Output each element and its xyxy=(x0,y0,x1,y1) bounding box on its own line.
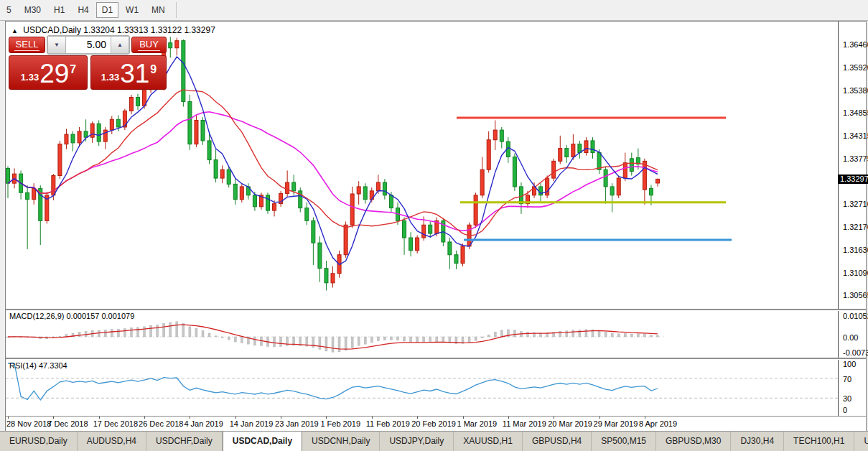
price-axis-label: 1.31090 xyxy=(843,269,868,277)
price-axis-label: 1.34855 xyxy=(843,108,868,117)
time-axis-label: 1 Mar 2019 xyxy=(457,419,498,428)
time-tick xyxy=(53,417,54,419)
chart-tab-tech100[interactable]: TECH100,H1 xyxy=(784,432,854,451)
macd-axis-label: 0.010525 xyxy=(843,312,868,320)
price-axis-label: 1.33775 xyxy=(843,154,868,163)
time-axis-label: 23 Jan 2019 xyxy=(275,419,319,428)
rsi-axis-label: 70 xyxy=(843,375,851,383)
mt4-application: { "toolbar": {"timeframes": ["5","M30","… xyxy=(0,0,868,451)
time-axis-label: 8 Apr 2019 xyxy=(639,419,677,428)
rsi-axis-label: 0 xyxy=(843,406,847,414)
price-axis-line xyxy=(838,22,839,416)
time-axis-label: 11 Feb 2019 xyxy=(366,419,410,428)
chart-tab-eurusd[interactable]: EURUSD,Daily xyxy=(0,432,78,451)
timeframe-button-m30[interactable]: M30 xyxy=(19,2,47,18)
price-axis-label: 1.30565 xyxy=(843,291,868,299)
chart-title: ▲ USDCAD,Daily 1.33204 1.33313 1.33122 1… xyxy=(11,25,215,35)
buy-price-sup: 9 xyxy=(150,63,157,76)
time-axis-label: 11 Mar 2019 xyxy=(503,419,546,428)
timeframe-button-d1[interactable]: D1 xyxy=(96,2,118,18)
sell-button[interactable]: SELL xyxy=(9,37,45,53)
price-axis-label: 1.31630 xyxy=(843,246,868,254)
pane-separator[interactable] xyxy=(6,358,866,360)
time-axis-label: 17 Dec 2018 xyxy=(93,419,138,428)
time-tick xyxy=(645,417,645,419)
chart-tab-gbpusd[interactable]: GBPUSD,M30 xyxy=(656,432,731,451)
timeframe-button-h4[interactable]: H4 xyxy=(72,2,94,18)
price-axis-label: 1.35380 xyxy=(843,86,868,95)
chart-tab-usdcad[interactable]: USDCAD,Daily xyxy=(223,432,302,451)
timeframe-toolbar: 5M30H1H4D1W1MN xyxy=(0,0,868,21)
chart-tab-sp500[interactable]: SP500,M15 xyxy=(592,432,656,451)
timeframe-button-5[interactable]: 5 xyxy=(1,2,17,18)
time-tick xyxy=(99,417,100,419)
time-tick xyxy=(463,417,464,419)
sell-price-box[interactable]: 1.33 29 7 xyxy=(9,55,88,90)
time-tick xyxy=(508,417,509,419)
price-axis-label: 1.34315 xyxy=(843,131,868,140)
time-axis-label: 28 Nov 2018 xyxy=(6,419,51,428)
chart-tab-usdjpy[interactable]: USDJPY,Daily xyxy=(380,432,454,451)
time-axis-label: 7 Dec 2018 xyxy=(47,419,88,428)
time-axis-label: 20 Feb 2019 xyxy=(411,419,456,428)
time-tick xyxy=(417,417,418,419)
price-axis-label: 1.35920 xyxy=(843,63,868,72)
timeframe-buttons: 5M30H1H4D1W1MN xyxy=(0,2,172,18)
sell-price-sup: 7 xyxy=(70,63,76,76)
chart-tab-usdchf[interactable]: USDCHF,Daily xyxy=(146,432,223,451)
macd-axis-label: 0.00 xyxy=(843,333,858,342)
chart-ohlc-values: 1.33204 1.33313 1.33122 1.33297 xyxy=(83,25,215,35)
chart-tabs: EURUSD,DailyAUDUSD,H4USDCHF,DailyUSDCAD,… xyxy=(0,432,868,451)
timeframe-button-h1[interactable]: H1 xyxy=(48,2,70,18)
sell-price-big: 29 xyxy=(39,62,69,86)
timeframe-button-w1[interactable]: W1 xyxy=(120,2,144,18)
volume-increase-button[interactable]: ▲ xyxy=(111,36,129,54)
chart-tab-uko[interactable]: UKO xyxy=(854,432,868,451)
time-tick xyxy=(190,417,190,419)
time-axis-label: 26 Dec 2018 xyxy=(139,419,183,428)
time-tick xyxy=(8,417,9,419)
time-tick xyxy=(372,417,373,419)
time-axis-label: 14 Jan 2019 xyxy=(230,419,274,428)
time-tick xyxy=(281,417,281,419)
chart-tab-bar: EURUSD,DailyAUDUSD,H4USDCHF,DailyUSDCAD,… xyxy=(0,431,868,451)
time-tick xyxy=(554,417,554,419)
buy-price-big: 31 xyxy=(120,62,149,86)
time-axis-label: 1 Feb 2019 xyxy=(320,419,360,428)
time-axis[interactable]: 28 Nov 20187 Dec 201817 Dec 201826 Dec 2… xyxy=(6,416,866,431)
macd-label: MACD(12,26,9) 0.000157 0.001079 xyxy=(9,312,134,320)
time-tick xyxy=(599,417,600,419)
macd-axis-label: -0.0073 xyxy=(843,348,868,357)
buy-button[interactable]: BUY xyxy=(131,37,167,53)
collapse-panel-icon[interactable]: ▲ xyxy=(11,27,18,34)
time-axis-label: 4 Jan 2019 xyxy=(184,419,223,428)
arrow-up-icon: ▲ xyxy=(117,42,123,48)
time-tick xyxy=(326,417,327,419)
chart-window[interactable]: ▲ USDCAD,Daily 1.33204 1.33313 1.33122 1… xyxy=(5,21,867,431)
time-axis-label: 20 Mar 2019 xyxy=(548,419,592,428)
sell-price-frac: 1.33 xyxy=(21,72,39,83)
chart-tab-xauusd[interactable]: XAUUSD,H1 xyxy=(454,432,523,451)
rsi-axis-label: 100 xyxy=(843,360,856,368)
volume-spinner: ▼ 5.00 ▲ xyxy=(47,35,130,55)
chart-tab-dj30[interactable]: DJ30,H4 xyxy=(731,432,784,451)
buy-price-frac: 1.33 xyxy=(101,72,119,83)
toolbar-separator xyxy=(176,2,177,18)
buy-price-box[interactable]: 1.33 31 9 xyxy=(90,55,167,90)
price-axis-label: 1.36460 xyxy=(843,40,868,49)
one-click-trading-panel: SELL ▼ 5.00 ▲ BUY 1.33 29 7 1.33 31 9 xyxy=(8,35,167,90)
volume-input[interactable]: 5.00 xyxy=(66,36,111,54)
volume-decrease-button[interactable]: ▼ xyxy=(47,36,66,54)
chart-tab-audusd[interactable]: AUDUSD,H4 xyxy=(78,432,146,451)
time-tick xyxy=(235,417,236,419)
arrow-down-icon: ▼ xyxy=(54,42,60,48)
price-axis-label: 1.32710 xyxy=(843,200,868,208)
time-axis-label: 29 Mar 2019 xyxy=(594,419,638,428)
rsi-axis-label: 30 xyxy=(843,394,851,403)
price-axis-label: 1.32170 xyxy=(843,223,868,231)
chart-symbol-label: USDCAD,Daily xyxy=(23,25,81,35)
chart-tab-gbpusd[interactable]: GBPUSD,H4 xyxy=(523,432,592,451)
chart-tab-usdcnh[interactable]: USDCNH,Daily xyxy=(302,432,380,451)
timeframe-button-mn[interactable]: MN xyxy=(146,2,171,18)
pane-separator[interactable] xyxy=(6,309,866,311)
